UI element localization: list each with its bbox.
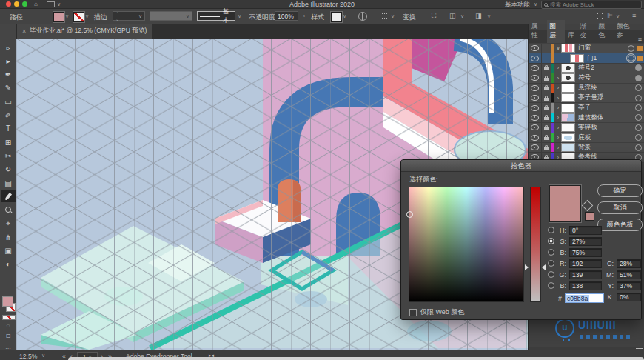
visibility-toggle[interactable] <box>529 123 542 132</box>
lock-toggle[interactable] <box>542 113 551 122</box>
expand-arrow-icon[interactable]: › <box>555 65 561 70</box>
expand-arrow-icon[interactable]: › <box>555 135 561 140</box>
distribute-objects-icon[interactable]: ◨ <box>475 12 482 19</box>
selection-indicator[interactable] <box>637 46 643 51</box>
field-value[interactable]: 51% <box>617 270 641 279</box>
target-icon[interactable] <box>635 104 642 111</box>
field-value[interactable]: 192 <box>569 259 602 268</box>
target-icon[interactable] <box>635 114 642 121</box>
selection-indicator[interactable] <box>637 56 643 61</box>
color-field-marker[interactable] <box>406 211 413 218</box>
visibility-toggle[interactable] <box>529 93 542 102</box>
layer-row[interactable]: ›亭子 <box>529 103 644 113</box>
close-tab-icon[interactable]: × <box>22 27 26 35</box>
cancel-button[interactable]: 取消 <box>597 201 643 214</box>
direct-selection-tool[interactable]: ▸ <box>1 55 16 67</box>
visibility-toggle[interactable] <box>529 64 542 73</box>
shape-builder-tool[interactable]: ◐ <box>1 259 16 270</box>
target-icon[interactable] <box>635 144 642 151</box>
brush-definition-select[interactable]: 基本 <box>197 11 235 21</box>
rectangle-tool[interactable]: ▭ <box>1 96 16 107</box>
expand-arrow-icon[interactable]: › <box>555 145 561 150</box>
paintbrush-tool[interactable]: ✐ <box>1 110 16 121</box>
gamut-color-swatch[interactable] <box>585 212 594 221</box>
field-value[interactable]: 0% <box>617 293 641 301</box>
field-value[interactable]: 138 <box>569 281 602 290</box>
visibility-toggle[interactable] <box>529 53 542 62</box>
visibility-toggle[interactable] <box>529 133 542 142</box>
layer-row[interactable]: ›背景 <box>529 143 644 153</box>
layer-name[interactable]: 门窗 <box>575 44 628 53</box>
lock-toggle[interactable] <box>542 73 551 82</box>
panel-tab-2[interactable]: 图层 <box>547 20 566 43</box>
panel-tab-5[interactable]: 颜色 <box>595 20 614 43</box>
target-icon[interactable] <box>635 95 642 101</box>
stroke-color-swatch[interactable] <box>73 12 84 22</box>
layer-name[interactable]: 底板 <box>575 133 635 142</box>
radio-icon[interactable] <box>548 271 554 278</box>
layer-name[interactable]: 符号2 <box>575 64 635 73</box>
target-icon[interactable] <box>635 124 642 131</box>
chevron-down-icon[interactable]: ∨ <box>487 13 491 19</box>
panel-tab-3[interactable]: 库 <box>565 29 577 43</box>
panel-tab-4[interactable]: 渐变 <box>577 20 596 43</box>
anchor-point-tool[interactable]: ⌖ <box>1 218 16 230</box>
layer-row[interactable]: ∨门窗 <box>529 44 644 53</box>
field-value[interactable]: 0° <box>569 226 602 235</box>
chevron-down-icon[interactable]: ∨ <box>343 13 346 19</box>
layer-thumbnail[interactable] <box>561 93 575 102</box>
target-icon[interactable] <box>635 64 642 71</box>
scissors-tool[interactable]: ✂ <box>1 150 16 161</box>
layer-row[interactable]: ›建筑整体 <box>529 113 644 123</box>
opacity-value[interactable]: 100% <box>275 11 298 21</box>
rotate-tool[interactable]: ↻ <box>1 164 16 176</box>
visibility-toggle[interactable] <box>529 44 542 53</box>
layer-name[interactable]: 零碎板 <box>575 123 635 132</box>
eyedropper-tool[interactable] <box>1 190 16 202</box>
layer-name[interactable]: 符号 <box>575 73 635 82</box>
opacity-more-icon[interactable]: › <box>303 13 305 19</box>
visibility-toggle[interactable] <box>529 73 542 82</box>
checkbox-icon[interactable] <box>409 309 417 316</box>
panel-menu-icon[interactable]: ≡ <box>638 36 644 43</box>
chevron-down-icon[interactable]: ∨ <box>391 13 395 19</box>
layer-thumbnail[interactable] <box>561 113 575 122</box>
document-setup-icon[interactable] <box>358 12 367 21</box>
width-profile-select[interactable]: ∨ <box>150 11 192 21</box>
lock-toggle[interactable] <box>542 64 551 73</box>
search-input[interactable]: 搜索 Adobe Stock <box>541 1 642 9</box>
menu-icon[interactable]: ≡ <box>632 12 636 19</box>
hex-input[interactable]: c08b8a <box>565 293 604 303</box>
lock-toggle[interactable] <box>542 133 551 142</box>
visibility-toggle[interactable] <box>529 143 542 152</box>
layer-thumbnail[interactable] <box>570 54 584 63</box>
slider-arrow-right-icon[interactable] <box>542 264 546 270</box>
layer-thumbnail[interactable] <box>561 123 575 132</box>
style-swatch[interactable] <box>331 12 342 22</box>
target-icon[interactable] <box>628 55 634 61</box>
layer-thumbnail[interactable] <box>561 44 575 53</box>
target-icon[interactable] <box>635 134 642 141</box>
panel-tab-6[interactable]: 颜色参 <box>614 20 638 43</box>
fill-color-swatch[interactable] <box>53 12 64 22</box>
chevron-down-icon[interactable]: ∨ <box>85 13 89 19</box>
expand-arrow-icon[interactable]: › <box>555 115 561 120</box>
lock-toggle[interactable] <box>542 123 551 132</box>
free-transform-tool[interactable]: ⊞ <box>1 136 16 148</box>
radio-icon[interactable] <box>548 282 554 289</box>
visibility-toggle[interactable] <box>529 84 542 93</box>
field-value[interactable]: 28% <box>617 259 641 268</box>
expand-arrow-icon[interactable]: › <box>555 125 561 130</box>
color-swatches-button[interactable]: 颜色色板 <box>597 219 643 231</box>
slider-arrow-left-icon[interactable] <box>525 264 529 270</box>
drawing-mode-icon[interactable]: ◌ <box>0 322 16 329</box>
field-value[interactable]: 139 <box>569 270 602 279</box>
chevron-down-icon[interactable]: ∨ <box>41 353 45 359</box>
chevron-down-icon[interactable]: ∨ <box>460 13 464 19</box>
layer-row[interactable]: ›零碎板 <box>529 123 644 133</box>
stroke-weight-stepper[interactable]: ⌃⌄∨ <box>113 11 145 21</box>
expand-arrow-icon[interactable]: › <box>555 96 561 101</box>
layer-thumbnail[interactable] <box>561 84 575 93</box>
visibility-toggle[interactable] <box>529 103 542 112</box>
chevron-down-icon[interactable]: ∨ <box>534 1 537 7</box>
